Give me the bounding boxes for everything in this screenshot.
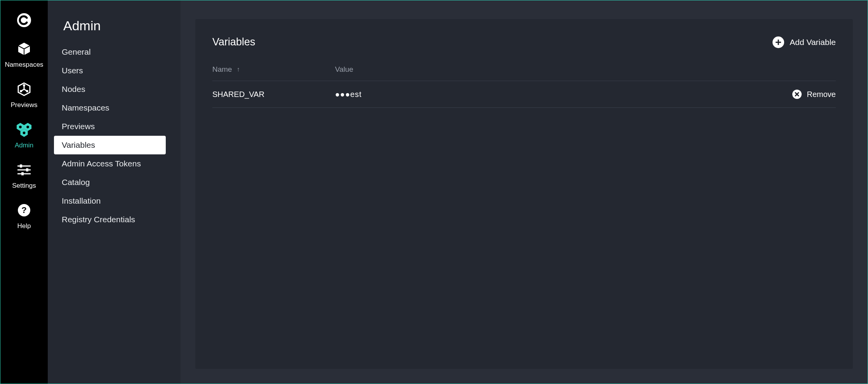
sidebar-item-catalog[interactable]: Catalog <box>54 173 166 192</box>
rail-item-label: Namespaces <box>5 61 43 69</box>
admin-icon <box>16 121 32 138</box>
column-header-value-label: Value <box>335 65 353 73</box>
sidebar-item-namespaces[interactable]: Namespaces <box>54 99 166 117</box>
app-logo-icon <box>16 12 32 28</box>
add-variable-label: Add Variable <box>790 38 836 47</box>
svg-point-15 <box>23 131 26 134</box>
card-header: Variables Add Variable <box>212 36 836 48</box>
rail-item-previews[interactable]: Previews <box>11 81 38 109</box>
svg-point-8 <box>26 90 28 92</box>
svg-point-13 <box>19 126 22 128</box>
rail-item-namespaces[interactable]: Namespaces <box>5 41 43 69</box>
svg-point-9 <box>20 90 22 92</box>
svg-rect-20 <box>26 168 28 171</box>
card-title: Variables <box>212 36 255 48</box>
column-header-value[interactable]: Value <box>335 65 770 74</box>
sidebar-item-registry-credentials[interactable]: Registry Credentials <box>54 210 166 229</box>
column-header-name[interactable]: Name ↑ <box>212 65 335 74</box>
rail-item-label: Previews <box>11 101 38 109</box>
variable-name: SHARED_VAR <box>212 90 335 99</box>
variables-card: Variables Add Variable Name ↑ Value SHAR… <box>195 19 853 369</box>
svg-point-14 <box>26 126 29 128</box>
rail-item-label: Help <box>17 222 31 230</box>
variable-value: ●●●est <box>335 90 770 99</box>
rail-item-label: Settings <box>12 182 36 190</box>
svg-rect-21 <box>21 172 24 175</box>
plus-icon <box>773 36 784 48</box>
help-icon: ? <box>16 202 32 218</box>
sidebar-item-admin-access-tokens[interactable]: Admin Access Tokens <box>54 154 166 173</box>
sidebar-item-general[interactable]: General <box>54 43 166 61</box>
namespaces-icon <box>16 41 32 57</box>
admin-sidebar: Admin General Users Nodes Namespaces Pre… <box>48 0 181 384</box>
previews-icon <box>16 81 32 97</box>
remove-label: Remove <box>807 90 836 99</box>
table-row: SHARED_VAR ●●●est Remove <box>212 81 836 108</box>
main-content: Variables Add Variable Name ↑ Value SHAR… <box>181 0 868 384</box>
rail-item-help[interactable]: ? Help <box>16 202 32 230</box>
column-header-name-label: Name <box>212 65 232 74</box>
sidebar-item-variables[interactable]: Variables <box>54 136 166 154</box>
remove-variable-button[interactable]: Remove <box>770 90 836 99</box>
rail-item-settings[interactable]: Settings <box>12 162 36 190</box>
sidebar-item-users[interactable]: Users <box>54 61 166 80</box>
svg-text:?: ? <box>21 205 26 215</box>
sidebar-item-installation[interactable]: Installation <box>54 192 166 210</box>
table-header: Name ↑ Value <box>212 65 836 81</box>
sidebar-title: Admin <box>48 18 181 43</box>
sidebar-item-nodes[interactable]: Nodes <box>54 80 166 99</box>
rail-item-label: Admin <box>15 142 33 149</box>
close-icon <box>792 90 802 99</box>
sidebar-nav: General Users Nodes Namespaces Previews … <box>48 43 181 229</box>
rail-item-admin[interactable]: Admin <box>15 121 33 149</box>
settings-icon <box>16 162 32 178</box>
svg-rect-19 <box>20 164 22 168</box>
sidebar-item-previews[interactable]: Previews <box>54 117 166 136</box>
icon-rail: Namespaces Previews Admin <box>0 0 48 384</box>
add-variable-button[interactable]: Add Variable <box>773 36 836 48</box>
sort-ascending-icon: ↑ <box>237 66 240 73</box>
column-header-actions <box>770 65 836 74</box>
svg-point-7 <box>23 84 25 86</box>
